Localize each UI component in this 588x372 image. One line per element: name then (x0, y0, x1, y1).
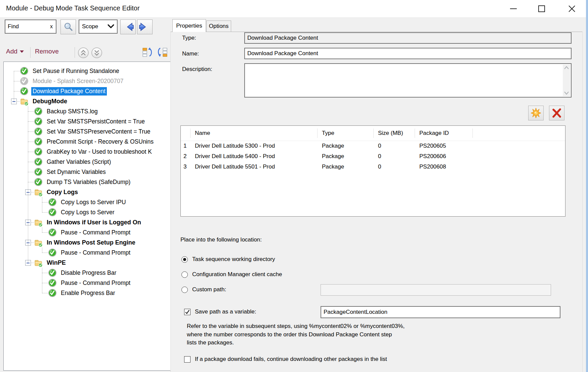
variable-name-input[interactable]: PackageContentLocation (321, 306, 560, 318)
save-path-checkbox-row[interactable]: Save path as a variable: (184, 308, 256, 315)
add-package-button[interactable] (528, 106, 544, 120)
collapse-all-button[interactable] (78, 47, 89, 58)
tree-item[interactable]: Copy Logs to Server (39, 207, 116, 217)
tree-connector (42, 283, 48, 283)
tree-item[interactable]: PreCommit Script - Recovery & OSUnins (25, 137, 155, 147)
tree-item[interactable]: Pause - Command Prompt (39, 248, 132, 258)
tree-item-label: Enable Progress Bar (59, 289, 116, 297)
tree-item[interactable]: In Windows Post Setup Engine (25, 237, 137, 248)
find-input[interactable]: Find x (5, 20, 56, 34)
tree-item[interactable]: Pause - Command Prompt (39, 227, 132, 237)
maximize-button[interactable] (532, 0, 551, 17)
tree-item[interactable]: Set Dynamic Variables (25, 167, 107, 177)
column-header[interactable]: Size (MB) (378, 126, 415, 141)
search-button[interactable] (60, 20, 76, 34)
enabled-check-icon (34, 168, 43, 176)
location-option-3[interactable]: Custom path: (181, 286, 226, 293)
tree-item-label: Set Dynamic Variables (45, 168, 107, 176)
remove-button[interactable]: Remove (35, 48, 59, 55)
table-cell[interactable]: Package (322, 151, 373, 161)
folder-group-icon (34, 188, 43, 196)
tree-item[interactable]: Disable Progress Bar (39, 268, 118, 278)
tree-connector (28, 132, 34, 132)
help-line: Refer to the variable in subsequent step… (187, 322, 405, 331)
move-step-down-button[interactable] (157, 46, 168, 58)
tree-connector (42, 253, 48, 253)
radio-button[interactable] (181, 256, 188, 263)
table-cell[interactable]: Package (322, 141, 373, 151)
table-cell[interactable]: PS200606 (419, 151, 472, 161)
table-cell[interactable]: Driver Dell Latitude 5400 - Prod (195, 151, 317, 161)
expand-all-button[interactable] (91, 47, 102, 58)
tree-item[interactable]: Copy Logs (25, 187, 79, 197)
tree-item[interactable]: Backup SMSTS.log (25, 106, 99, 116)
tree-item[interactable]: Copy Logs to Server IPU (39, 197, 127, 207)
table-cell[interactable]: 0 (378, 161, 415, 172)
table-cell[interactable]: Package (322, 161, 373, 172)
location-option-1[interactable]: Task sequence working directory (181, 256, 275, 263)
folder-group-icon (20, 97, 29, 106)
tab-options[interactable]: Options (206, 21, 231, 32)
tree-item[interactable]: Download Package Content (11, 86, 107, 96)
find-previous-button[interactable] (120, 20, 136, 34)
tree-item[interactable]: Module - Splash Screen-20200707 (11, 76, 125, 86)
column-separator (415, 128, 415, 138)
location-option-2[interactable]: Configuration Manager client cache (181, 271, 282, 278)
tree-item[interactable]: Set Pause if Running Standalone (11, 66, 121, 76)
radio-button[interactable] (181, 287, 188, 293)
continue-on-fail-checkbox[interactable] (184, 356, 191, 363)
enabled-check-icon (34, 107, 43, 116)
save-path-checkbox[interactable] (184, 309, 191, 315)
tab-properties[interactable]: Properties (172, 19, 206, 32)
tree-item[interactable]: WinPE (25, 258, 67, 268)
move-step-up-button[interactable] (142, 46, 153, 58)
column-header[interactable]: Type (322, 126, 373, 141)
table-cell[interactable]: 0 (378, 141, 415, 151)
disabled-check-icon (20, 77, 29, 85)
close-button[interactable] (562, 0, 582, 17)
find-next-button[interactable] (137, 20, 153, 34)
tree-connector (28, 142, 34, 142)
variable-name-value: PackageContentLocation (324, 309, 387, 315)
tree-item[interactable]: Gather Variables (Script) (25, 157, 112, 167)
tree-item[interactable]: DebugMode (11, 96, 69, 106)
tree-item[interactable]: Set Var SMSTSPersistContent = True (25, 116, 146, 126)
scope-dropdown[interactable]: Scope (79, 20, 118, 34)
table-cell[interactable]: PS200608 (419, 161, 472, 172)
tree-item-label: Pause - Command Prompt (59, 279, 132, 287)
scroll-up-icon[interactable] (564, 66, 569, 70)
row-number-cell[interactable]: 3 (183, 161, 188, 172)
tree-connector (42, 273, 48, 273)
column-header[interactable]: Package ID (419, 126, 472, 141)
name-value: Download Package Content (247, 50, 318, 57)
tree-item[interactable]: GrabKey to Var - Used to troubleshoot K (25, 147, 153, 157)
radio-button[interactable] (181, 271, 188, 278)
row-number-cell[interactable]: 2 (183, 151, 188, 161)
tree-item[interactable]: In Windows if User is Logged On (25, 217, 142, 227)
description-input[interactable] (244, 63, 572, 98)
tree-connector (14, 81, 20, 81)
table-cell[interactable]: Driver Dell Latitude 5300 - Prod (195, 141, 317, 151)
tree-item[interactable]: Set Var SMSTSPreserveContent = True (25, 126, 152, 137)
move-down-icon (157, 46, 168, 58)
table-cell[interactable]: 0 (378, 151, 415, 161)
row-number-cell[interactable]: 1 (183, 141, 188, 151)
custom-path-input[interactable] (321, 284, 551, 296)
add-button[interactable]: Add (6, 48, 24, 55)
description-scrollbar[interactable] (563, 65, 570, 96)
minimize-button[interactable] (504, 0, 523, 17)
screen-edge-strip (586, 0, 588, 372)
scroll-down-icon[interactable] (564, 91, 569, 95)
tree-item[interactable]: Pause - Command Prompt (39, 278, 132, 288)
continue-on-fail-checkbox-row[interactable]: If a package download fails, continue do… (184, 356, 387, 363)
column-header[interactable]: Name (195, 126, 317, 141)
column-header[interactable] (185, 126, 190, 141)
tree-connector (28, 111, 34, 112)
remove-package-button[interactable] (549, 106, 564, 120)
table-cell[interactable]: Driver Dell Latitude 5501 - Prod (195, 161, 317, 172)
tree-item[interactable]: Dump TS Variables (SafeDump) (25, 177, 132, 187)
name-input[interactable]: Download Package Content (244, 48, 572, 59)
clear-find-button[interactable]: x (50, 24, 53, 30)
tree-item[interactable]: Enable Progress Bar (39, 288, 116, 298)
table-cell[interactable]: PS200605 (419, 141, 472, 151)
